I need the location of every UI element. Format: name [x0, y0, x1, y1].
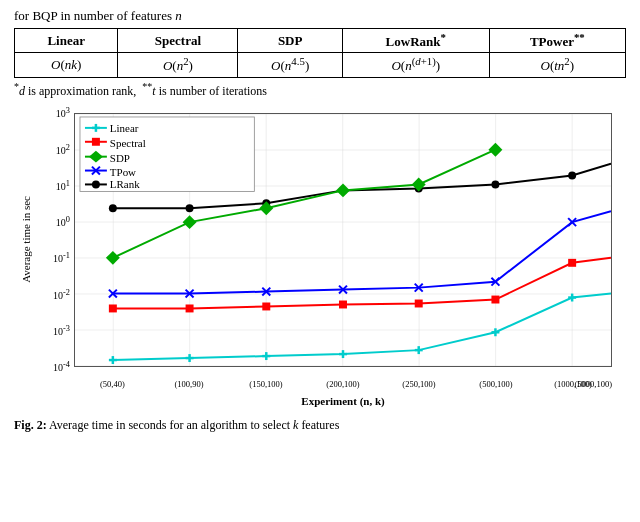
x-tick-2: (100,90)	[174, 379, 203, 389]
legend-lrank-text: LRank	[110, 178, 140, 190]
table-footnote: *d is approximation rank, **t is number …	[14, 81, 626, 99]
linear-marker-4	[339, 350, 347, 358]
chart-svg: Linear Spectral SDP TPow LRank	[75, 114, 611, 366]
col-linear: Linear	[15, 29, 118, 53]
lrank-marker-2	[186, 204, 194, 212]
spectral-marker-5	[415, 299, 423, 307]
cell-sdp: O(n4.5)	[238, 53, 343, 77]
x-tick-8: (5000,100)	[574, 379, 612, 389]
col-spectral: Spectral	[118, 29, 238, 53]
lrank-marker-6	[491, 180, 499, 188]
page: for BQP in number of features n Linear S…	[0, 0, 640, 522]
chart-container: Average time in sec 103 102 101 100 10-1…	[16, 103, 624, 413]
spectral-marker-6	[491, 295, 499, 303]
x-tick-3: (150,100)	[249, 379, 282, 389]
cell-spectral: O(n2)	[118, 53, 238, 77]
spectral-marker-1	[109, 304, 117, 312]
cell-lowrank: O(n(d+1))	[342, 53, 489, 77]
y-tick-1e3: 103	[56, 106, 70, 119]
top-text: for BQP in number of features n	[14, 8, 626, 24]
spectral-line	[113, 258, 611, 309]
legend-lrank-marker	[92, 180, 100, 188]
y-tick-1em4: 10-4	[53, 360, 70, 373]
linear-marker-5	[415, 346, 423, 354]
cell-linear: O(nk)	[15, 53, 118, 77]
col-tpower: TPower**	[489, 29, 625, 53]
sdp-marker-4	[336, 183, 350, 197]
sdp-marker-1	[106, 251, 120, 265]
lrank-marker-1	[109, 204, 117, 212]
legend-tpow-text: TPow	[110, 165, 136, 177]
fig-caption: Fig. 2: Average time in seconds for an a…	[14, 417, 626, 433]
y-tick-1em3: 10-3	[53, 324, 70, 337]
x-tick-1: (50,40)	[100, 379, 125, 389]
spectral-marker-4	[339, 300, 347, 308]
col-lowrank: LowRank*	[342, 29, 489, 53]
y-ticks: 103 102 101 100 10-1 10-2 10-3 10-4	[34, 113, 72, 367]
y-axis-label: Average time in sec	[20, 196, 32, 283]
spectral-marker-7	[568, 259, 576, 267]
y-tick-1e1: 101	[56, 179, 70, 192]
legend-sdp-text: SDP	[110, 151, 130, 163]
linear-marker-2	[186, 354, 194, 362]
spectral-marker-3	[262, 302, 270, 310]
x-tick-6: (500,100)	[479, 379, 512, 389]
chart-area: Linear Spectral SDP TPow LRank	[74, 113, 612, 367]
legend-spectral-marker	[92, 137, 100, 145]
linear-marker-6	[491, 328, 499, 336]
complexity-table-wrapper: Linear Spectral SDP LowRank* TPower** O(…	[14, 28, 626, 78]
y-axis-label-wrapper: Average time in sec	[18, 113, 34, 367]
y-tick-1em2: 10-2	[53, 287, 70, 300]
complexity-table: Linear Spectral SDP LowRank* TPower** O(…	[14, 28, 626, 78]
lrank-marker-7	[568, 171, 576, 179]
y-tick-1em1: 10-1	[53, 251, 70, 264]
x-axis-label: Experiment (n, k)	[301, 395, 384, 407]
sdp-marker-2	[183, 215, 197, 229]
linear-marker-1	[109, 356, 117, 364]
x-ticks-container: (50,40) (100,90) (150,100) (200,100) (25…	[74, 367, 612, 409]
col-sdp: SDP	[238, 29, 343, 53]
sdp-marker-6	[488, 142, 502, 156]
spectral-marker-2	[186, 304, 194, 312]
y-tick-1e0: 100	[56, 215, 70, 228]
legend-spectral-text: Spectral	[110, 136, 146, 148]
linear-marker-7	[568, 293, 576, 301]
legend-linear-text: Linear	[110, 122, 139, 134]
x-tick-5: (250,100)	[402, 379, 435, 389]
cell-tpower: O(tn2)	[489, 53, 625, 77]
x-tick-4: (200,100)	[326, 379, 359, 389]
y-tick-1e2: 102	[56, 142, 70, 155]
linear-marker-3	[262, 352, 270, 360]
